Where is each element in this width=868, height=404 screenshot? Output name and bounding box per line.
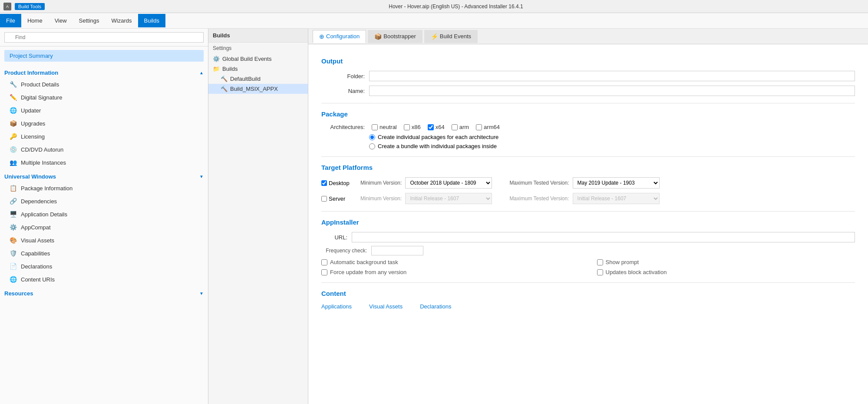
arch-x64[interactable]: x64 (428, 124, 445, 130)
server-min-label: Minimum Version: (360, 195, 402, 202)
tree-default-build[interactable]: 🔨 DefaultBuild (208, 74, 308, 84)
search-input[interactable] (4, 32, 204, 43)
menu-settings[interactable]: Settings (73, 14, 106, 27)
force-update-option[interactable]: Force update from any version (321, 269, 580, 275)
package-info-label: Package Information (21, 185, 73, 192)
sidebar-item-visual-assets[interactable]: 🎨 Visual Assets (0, 234, 208, 247)
desktop-checkbox[interactable] (321, 180, 327, 186)
app-details-icon: 🖥️ (9, 210, 17, 219)
folder-label: Folder: (321, 73, 365, 79)
section-header-resources[interactable]: Resources ▼ (0, 286, 208, 298)
sidebar-item-content-uris[interactable]: 🌐 Content URIs (0, 273, 208, 286)
content-link-applications[interactable]: Applications (321, 303, 352, 310)
arch-x86[interactable]: x86 (404, 124, 421, 130)
radio-individual-input[interactable] (369, 134, 375, 140)
licensing-label: Licensing (21, 133, 45, 140)
sidebar-item-appcompat[interactable]: ⚙️ AppCompat (0, 221, 208, 234)
show-prompt-option[interactable]: Show prompt (597, 259, 855, 265)
arch-arm[interactable]: arm (452, 124, 469, 130)
desktop-min-label: Minimum Version: (360, 180, 402, 186)
sidebar-item-updater[interactable]: 🌐 Updater (0, 104, 208, 117)
title-bar: A Build Tools Hover - Hover.aip (English… (0, 0, 868, 13)
radio-bundle[interactable]: Create a bundle with individual packages… (369, 143, 855, 149)
project-summary-btn[interactable]: Project Summary (4, 50, 204, 62)
middle-panel: Builds Settings ⚙️ Global Build Events 📁… (208, 29, 308, 404)
appcompat-label: AppCompat (21, 224, 51, 231)
arch-arm-checkbox[interactable] (452, 124, 458, 130)
menu-builds[interactable]: Builds (138, 14, 165, 27)
name-input[interactable] (369, 86, 855, 96)
arch-x86-checkbox[interactable] (404, 124, 410, 130)
arch-x64-checkbox[interactable] (428, 124, 434, 130)
tree-global-build-events[interactable]: ⚙️ Global Build Events (208, 54, 308, 64)
menu-wizards[interactable]: Wizards (106, 14, 138, 27)
tree-build-msix-appx[interactable]: 🔨 Build_MSIX_APPX (208, 84, 308, 94)
sidebar-item-upgrades[interactable]: 📦 Upgrades (0, 117, 208, 130)
appcompat-icon: ⚙️ (9, 223, 17, 232)
radio-individual[interactable]: Create individual packages for each arch… (369, 134, 855, 140)
tab-build-events[interactable]: ⚡ Build Events (424, 30, 478, 43)
config-tab-label: Configuration (326, 33, 360, 40)
menu-file[interactable]: File (0, 14, 21, 27)
radio-bundle-input[interactable] (369, 143, 375, 149)
arch-neutral-label: neutral (380, 124, 397, 130)
sidebar-item-declarations[interactable]: 📄 Declarations (0, 260, 208, 273)
output-section-title: Output (321, 57, 855, 65)
section-header-universal-windows[interactable]: Universal Windows ▼ (0, 169, 208, 182)
content-link-declarations[interactable]: Declarations (420, 303, 451, 310)
updates-block-option[interactable]: Updates block activation (597, 269, 855, 275)
digital-signature-label: Digital Signature (21, 94, 62, 101)
sidebar-item-capabilities[interactable]: 🛡️ Capabilities (0, 247, 208, 260)
menu-home[interactable]: Home (21, 14, 49, 27)
force-update-checkbox[interactable] (321, 269, 327, 275)
build-events-tab-label: Build Events (440, 33, 471, 40)
frequency-input[interactable] (371, 246, 423, 255)
frequency-label: Frequency check: (321, 248, 367, 254)
sidebar-item-application-details[interactable]: 🖥️ Application Details (0, 208, 208, 221)
sidebar-nav: Project Summary Product Information ▲ 🔧 … (0, 46, 208, 404)
declarations-label: Declarations (21, 263, 52, 270)
sidebar-item-cd-dvd[interactable]: 💿 CD/DVD Autorun (0, 143, 208, 156)
sidebar-item-multiple-instances[interactable]: 👥 Multiple Instances (0, 156, 208, 169)
tab-bootstrapper[interactable]: 📦 Bootstrapper (368, 30, 422, 43)
section-header-product-information[interactable]: Product Information ▲ (0, 65, 208, 78)
url-input[interactable] (352, 232, 855, 242)
server-label: Server (329, 195, 345, 202)
desktop-label: Desktop (329, 180, 350, 186)
content-uris-label: Content URIs (21, 276, 55, 283)
server-checkbox[interactable] (321, 196, 327, 202)
updater-icon: 🌐 (9, 106, 17, 115)
desktop-platform-row: Desktop Minimum Version: October 2018 Up… (321, 177, 855, 189)
default-build-label: DefaultBuild (230, 76, 261, 82)
updates-block-checkbox[interactable] (597, 269, 603, 275)
sidebar-item-package-information[interactable]: 📋 Package Information (0, 182, 208, 195)
global-build-events-icon: ⚙️ (213, 56, 220, 62)
arch-neutral-checkbox[interactable] (372, 124, 378, 130)
default-build-icon: 🔨 (221, 76, 228, 82)
auto-bg-task-option[interactable]: Automatic background task (321, 259, 580, 265)
build-msix-label: Build_MSIX_APPX (230, 86, 278, 92)
section-label-resources: Resources (4, 290, 33, 297)
arch-arm64[interactable]: arm64 (476, 124, 500, 130)
show-prompt-checkbox[interactable] (597, 259, 603, 265)
tree-builds-folder[interactable]: 📁 Builds (208, 64, 308, 74)
url-row: URL: (321, 232, 855, 242)
architectures-label: Architectures: (321, 124, 365, 130)
auto-bg-task-label: Automatic background task (330, 259, 398, 265)
folder-input[interactable] (369, 71, 855, 81)
left-panel: 🔍 Project Summary Product Information ▲ … (0, 29, 208, 404)
sidebar-item-dependencies[interactable]: 🔗 Dependencies (0, 195, 208, 208)
app-installer-checkboxes: Automatic background task Show prompt Fo… (321, 259, 855, 275)
desktop-min-version-select[interactable]: October 2018 Update - 1809 May 2019 Upda… (405, 177, 492, 189)
auto-bg-task-checkbox[interactable] (321, 259, 327, 265)
menu-view[interactable]: View (49, 14, 73, 27)
force-update-label: Force update from any version (330, 269, 406, 275)
content-link-visual-assets[interactable]: Visual Assets (369, 303, 403, 310)
sidebar-item-digital-signature[interactable]: ✏️ Digital Signature (0, 91, 208, 104)
arch-arm64-checkbox[interactable] (476, 124, 482, 130)
desktop-max-version-select[interactable]: May 2019 Update - 1903 October 2018 Upda… (573, 177, 660, 189)
arch-neutral[interactable]: neutral (372, 124, 397, 130)
tab-configuration[interactable]: ⊕ Configuration (313, 30, 366, 43)
sidebar-item-licensing[interactable]: 🔑 Licensing (0, 130, 208, 143)
sidebar-item-product-details[interactable]: 🔧 Product Details (0, 78, 208, 91)
